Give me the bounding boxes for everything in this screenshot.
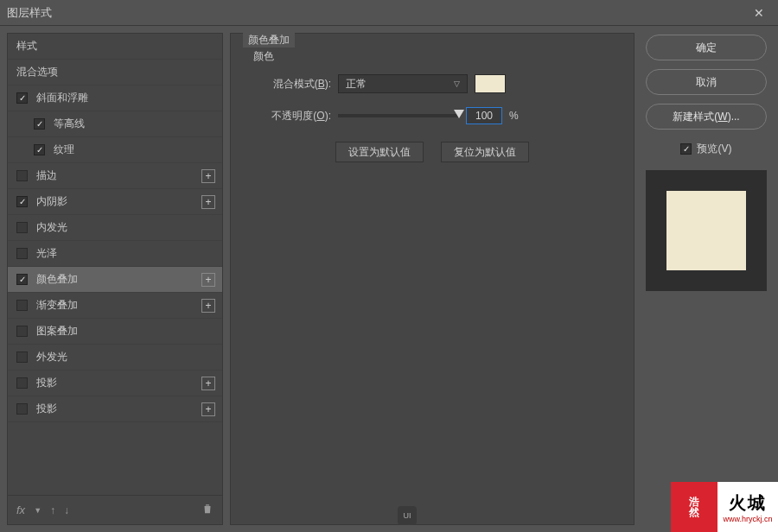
sidebar-item-label: 光泽	[36, 246, 57, 261]
opacity-slider[interactable]	[338, 114, 459, 117]
sidebar-item[interactable]: 图案叠加	[8, 319, 222, 345]
sidebar-item[interactable]: 投影+	[8, 370, 222, 396]
add-effect-icon[interactable]: +	[201, 169, 215, 183]
add-effect-icon[interactable]: +	[201, 299, 215, 313]
sidebar-item[interactable]: 外发光	[8, 345, 222, 370]
add-effect-icon[interactable]: +	[201, 273, 215, 287]
sidebar-item[interactable]: 斜面和浮雕	[8, 86, 222, 111]
sidebar-item-label: 外发光	[36, 350, 67, 364]
sidebar-item-label: 渐变叠加	[36, 298, 78, 313]
sidebar-item[interactable]: 等高线	[8, 111, 222, 137]
chevron-down-icon: ▽	[454, 79, 460, 88]
move-up-icon[interactable]: ↑	[50, 504, 55, 516]
trash-icon[interactable]	[201, 503, 214, 517]
sidebar-item[interactable]: 渐变叠加+	[8, 293, 222, 319]
style-checkbox[interactable]	[16, 222, 28, 233]
style-checkbox[interactable]	[16, 300, 28, 311]
ok-button[interactable]: 确定	[646, 35, 767, 60]
sidebar-item-label: 投影	[36, 376, 57, 390]
blend-mode-value: 正常	[346, 77, 367, 92]
watermark-red: 浩然	[671, 482, 717, 532]
group-title: 颜色叠加	[243, 33, 295, 48]
style-checkbox[interactable]	[16, 377, 28, 389]
sidebar-item-label: 描边	[36, 168, 57, 183]
watermark-white: 火城 www.hryckj.cn	[717, 482, 778, 532]
preview-swatch	[666, 191, 746, 270]
sidebar-item[interactable]: 纹理	[8, 137, 222, 163]
preview-box	[646, 170, 767, 291]
style-checkbox[interactable]	[34, 144, 45, 155]
sidebar-item-label: 纹理	[54, 142, 74, 157]
opacity-unit: %	[509, 110, 519, 122]
sidebar-item-label: 图案叠加	[36, 324, 78, 339]
right-panel: 确定 取消 新建样式(W)... ✓ 预览(V)	[641, 33, 771, 525]
slider-thumb-icon[interactable]	[454, 110, 464, 118]
fx-menu-icon[interactable]: fx	[16, 504, 25, 516]
add-effect-icon[interactable]: +	[201, 402, 215, 416]
watermark-center-logo: UI	[398, 506, 417, 525]
opacity-label: 不透明度(O):	[248, 109, 331, 124]
style-checkbox[interactable]	[16, 170, 28, 181]
cancel-button[interactable]: 取消	[646, 69, 767, 95]
style-checkbox[interactable]	[16, 248, 28, 259]
preview-label: 预览(V)	[697, 142, 731, 156]
style-checkbox[interactable]	[16, 352, 28, 363]
preview-toggle[interactable]: ✓ 预览(V)	[680, 142, 731, 156]
overlay-color-swatch[interactable]	[475, 74, 506, 93]
blend-mode-row: 混合模式(B): 正常 ▽	[248, 74, 616, 93]
default-buttons-row: 设置为默认值 复位为默认值	[248, 142, 616, 162]
style-checkbox[interactable]	[16, 196, 28, 207]
sidebar-item-label: 等高线	[54, 117, 85, 131]
sidebar-item[interactable]: 描边+	[8, 163, 222, 189]
style-checkbox[interactable]	[34, 118, 45, 130]
style-checkbox[interactable]	[16, 326, 28, 337]
sidebar-header-styles[interactable]: 样式	[8, 34, 222, 60]
watermark-right: 浩然 火城 www.hryckj.cn	[671, 482, 778, 532]
fx-caret-icon[interactable]: ▼	[34, 506, 41, 515]
main-panel: 颜色叠加 颜色 混合模式(B): 正常 ▽ 不透明度(O):	[230, 33, 635, 525]
sidebar-item-label: 内发光	[36, 220, 67, 235]
blend-mode-select[interactable]: 正常 ▽	[338, 74, 468, 93]
blend-mode-label: 混合模式(B):	[248, 77, 331, 92]
sidebar-item-label: 投影	[36, 402, 57, 416]
sidebar-footer: fx ▼ ↑ ↓	[8, 495, 222, 524]
section-label: 颜色	[248, 49, 616, 64]
sidebar-item[interactable]: 光泽	[8, 241, 222, 267]
new-style-button[interactable]: 新建样式(W)...	[646, 104, 767, 130]
styles-sidebar: 样式 混合选项 斜面和浮雕等高线纹理描边+内阴影+内发光光泽颜色叠加+渐变叠加+…	[7, 33, 223, 525]
opacity-input[interactable]	[466, 107, 502, 124]
style-checkbox[interactable]	[16, 92, 28, 104]
titlebar: 图层样式 ✕	[0, 0, 778, 26]
header-label: 样式	[16, 39, 37, 54]
preview-checkbox[interactable]: ✓	[680, 143, 692, 155]
sidebar-item[interactable]: 内阴影+	[8, 189, 222, 215]
dialog-body: 样式 混合选项 斜面和浮雕等高线纹理描边+内阴影+内发光光泽颜色叠加+渐变叠加+…	[0, 26, 778, 532]
sidebar-item-label: 内阴影	[36, 194, 67, 209]
opacity-row: 不透明度(O): %	[248, 107, 616, 124]
sidebar-item-label: 斜面和浮雕	[36, 91, 88, 105]
sidebar-item[interactable]: 投影+	[8, 396, 222, 422]
add-effect-icon[interactable]: +	[201, 377, 215, 390]
close-icon[interactable]: ✕	[747, 4, 771, 22]
sidebar-item[interactable]: 内发光	[8, 215, 222, 241]
sidebar-item-label: 颜色叠加	[36, 272, 78, 287]
dialog-title: 图层样式	[7, 5, 52, 21]
header-label: 混合选项	[16, 65, 58, 79]
sidebar-item[interactable]: 颜色叠加+	[8, 267, 222, 293]
sidebar-list: 样式 混合选项 斜面和浮雕等高线纹理描边+内阴影+内发光光泽颜色叠加+渐变叠加+…	[8, 34, 222, 495]
add-effect-icon[interactable]: +	[201, 195, 215, 209]
sidebar-header-blend[interactable]: 混合选项	[8, 60, 222, 86]
move-down-icon[interactable]: ↓	[64, 504, 69, 516]
set-default-button[interactable]: 设置为默认值	[335, 142, 424, 162]
style-checkbox[interactable]	[16, 403, 28, 415]
style-checkbox[interactable]	[16, 274, 28, 285]
reset-default-button[interactable]: 复位为默认值	[441, 142, 529, 162]
